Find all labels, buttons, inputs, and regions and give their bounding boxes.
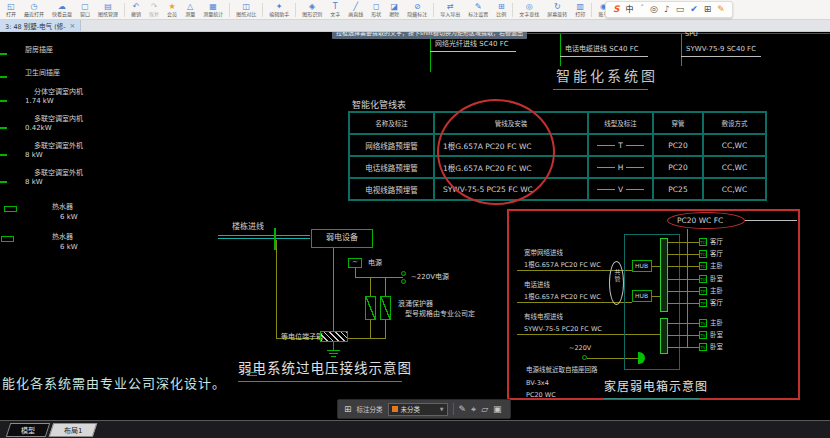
circuit-stub [0,154,7,156]
open-button[interactable]: ◱打开 [2,0,20,20]
emoji-icon[interactable]: ◎ [650,2,658,17]
spd-note: 型号规格由专业公司定 [405,310,475,319]
measure-icon: △ [187,2,193,11]
toolbar-separator [512,3,513,17]
drawing-compare-button[interactable]: ◫图纸对比 [232,0,260,20]
sogou-logo-icon[interactable]: S [613,2,619,17]
table-header: 穿管 [653,112,703,134]
toolbar-separator [433,3,434,17]
device-power: 6 kW [60,243,78,252]
soft-keyboard-icon[interactable]: ▭ [676,2,685,17]
print-button[interactable]: ▥打印 [571,0,589,20]
annotation-grid-icon[interactable]: ⊞ [344,404,352,414]
title-underline [553,89,648,90]
feeder-leader [681,56,761,57]
window-button[interactable]: ▢窗口 [76,0,94,20]
recognition-icon: ◈ [309,2,315,11]
circuit-stub [0,53,7,55]
voice-input-icon[interactable]: ♪ [664,2,670,17]
room-label: 卧室 [710,275,723,283]
feeder-label: 电话电缆进线 SC40 FC [565,45,639,54]
category-selected-value: 未分类 [401,404,437,414]
table-cell-linetype: T [588,134,653,156]
outlet-symbol: TP [699,299,707,307]
table-cell: PC25 [653,178,703,200]
ground-symbol [331,356,336,357]
outlet-symbol: TO [699,238,707,246]
text-search-button[interactable]: ◎文字查找 [515,0,543,20]
outlet-wire [668,266,699,267]
socket-symbol [4,206,17,212]
device-label: 多联空调室内机 [34,115,83,124]
spellcheck-icon[interactable]: ✔ [690,2,698,17]
compare-icon: ◫ [242,2,250,11]
cloud-drive-button[interactable]: ☁快看云盘 [48,0,76,20]
punctuation-icon[interactable]: ˊ [640,2,645,17]
shape-button[interactable]: ◻形状 [367,0,385,20]
wire [333,248,334,331]
table-cell: CC,WC [703,156,766,178]
edit-annotation-icon[interactable]: ✎ [459,404,467,414]
feeder-drop-line [430,34,431,72]
socket-symbol [1,236,14,242]
cad-viewer-window: ◱打开 ◷最近打开 ☁快看云盘 ▢窗口 ▤图纸管理 ↶撤销 ↷恢复 ★会员 △测… [0,0,830,438]
device-label: 卫生间插座 [25,69,60,78]
undo-button[interactable]: ↶撤销 [127,0,145,20]
circled-spec-label: PC20 WC FC [677,217,723,225]
document-tab[interactable]: 3: 48 别墅-电气 (修- × [0,20,81,31]
annotation-settings-button[interactable]: ✎标注设置 [464,0,492,20]
terminal-circle [401,279,406,284]
screen-rotate-button[interactable]: ↻屏幕旋转 [543,0,571,20]
hide-annotation-button[interactable]: ⊘隐藏标注 [403,0,431,20]
drawing-manager-button[interactable]: ▤图纸管理 [94,0,122,20]
table-cell: CC,WC [703,134,766,156]
table-cell-linetype: H [588,156,653,178]
ground-symbol [329,353,338,354]
drawing-canvas[interactable]: 拉框选择需要提取的文字，按下shift键切换为矩形区域提取，右键退出 厨房插座 … [0,32,830,420]
measure-button[interactable]: △测量 [181,0,199,20]
toolbar-separator [262,3,263,17]
table-title: 智能化管线表 [352,101,406,110]
circuit-stub [0,127,7,129]
hub-box: HUB [632,260,652,272]
measure-stats-button[interactable]: ▦测量统计 [199,0,227,20]
toolbar-separator [295,3,296,17]
chinese-mode-icon[interactable]: 中 [626,2,634,17]
tab-layout1[interactable]: 布局1 [49,423,98,437]
device-power: 1.74 kW [25,97,54,106]
main-toolbar: ◱打开 ◷最近打开 ☁快看云盘 ▢窗口 ▤图纸管理 ↶撤销 ↷恢复 ★会员 △测… [0,0,830,20]
text-button[interactable]: T文字 [326,0,344,20]
input-label: 有线电视进线 [524,313,563,321]
rotate-annotation-icon[interactable]: ▱ [481,404,488,414]
input-spec: 1根G.657A PC20 FC WC [524,293,601,301]
import-export-button[interactable]: ⇄导入导出 [436,0,464,20]
edit-assistant-button[interactable]: ✦编辑助手 [265,0,293,20]
draw-line-button[interactable]: ╱画直线 [344,0,367,20]
feeder-leader [430,51,516,52]
redo-button[interactable]: ↷恢复 [145,0,163,20]
tab-model-space[interactable]: 模型 [6,423,51,437]
category-dropdown[interactable]: 未分类 ▼ [388,403,448,416]
settings-pen-icon: ✎ [475,2,482,11]
outlet-wire [668,303,699,304]
recent-open-button[interactable]: ◷最近打开 [20,0,48,20]
scale-button[interactable]: ⊞比例 [492,0,510,20]
feeder-label: 网络光纤进线 SC40 FC [435,40,509,49]
device-label: 厨房插座 [25,46,53,55]
room-label: 主卧 [710,262,723,270]
table-header: 名称及标注 [349,112,434,134]
shape-recognition-button[interactable]: ◈图形识别 [298,0,326,20]
vip-button[interactable]: ★会员 [163,0,181,20]
measure-stats-icon: ▦ [209,2,217,11]
copy-annotation-icon[interactable]: ▣ [493,404,502,414]
room-label: 主卧 [710,287,723,295]
move-annotation-icon[interactable]: ⌖ [471,404,476,415]
erase-button[interactable]: ◪擦除 [385,0,403,20]
wire [347,338,386,339]
outlet-wire [668,242,699,243]
skin-pen-icon[interactable]: ✎ [717,2,725,17]
close-tab-icon[interactable]: × [70,22,76,30]
toolbox-grid-icon[interactable]: ⊞ [704,2,712,17]
tick-mark [247,375,257,376]
diagram-title-overvoltage: 弱电系统过电压接线示意图 [238,364,412,373]
